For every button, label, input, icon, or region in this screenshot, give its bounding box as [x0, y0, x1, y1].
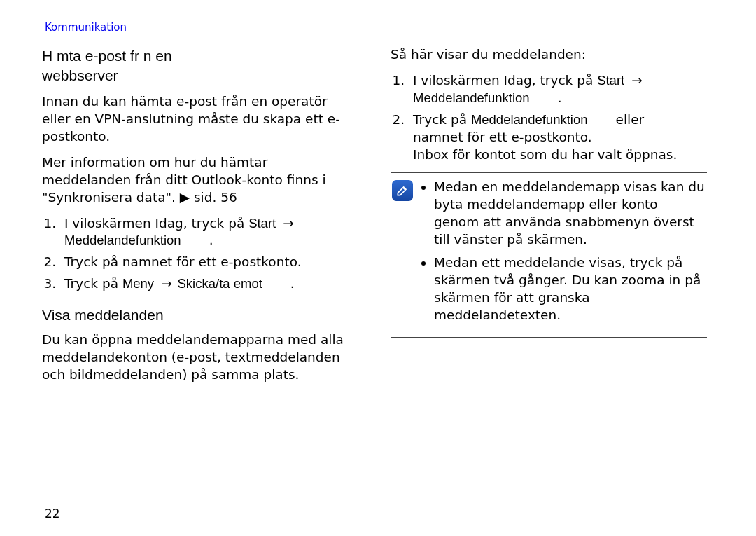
- arrow-icon: →: [631, 73, 643, 88]
- r2-text-c: Inbox för kontot som du har valt öppnas.: [413, 147, 677, 162]
- step-right-2: Tryck på Meddelandefunktioneller namnet …: [409, 111, 707, 164]
- heading-visa-meddelanden: Visa meddelanden: [42, 305, 358, 325]
- ui-skicka-ta-emot: Skicka/ta emot: [178, 276, 262, 291]
- period: .: [209, 233, 214, 247]
- steps-right: I viloskärmen Idag, tryck på Start→ Medd…: [391, 72, 707, 164]
- ui-meny: Meny: [122, 276, 154, 291]
- r2-text-a: Tryck på: [413, 112, 471, 127]
- two-column-layout: H mta e-post fr n en webbserver Innan du…: [42, 46, 714, 392]
- visa-paragraph: Du kan öppna meddelandemapparna med alla…: [42, 331, 358, 384]
- note-box: Medan en meddelandemapp visas kan du byt…: [391, 172, 707, 338]
- triangle-icon: ▶: [180, 190, 190, 205]
- heading-line1: H mta e-post fr n en: [42, 48, 172, 64]
- section-header: Kommunikation: [45, 21, 714, 34]
- step-left-3: Tryck på Meny→ Skicka/ta emot.: [60, 275, 358, 293]
- ui-meddelandefunktion: Meddelandefunktion: [64, 233, 181, 247]
- intro-paragraph-2: Mer information om hur du hämtar meddela…: [42, 154, 358, 207]
- left-column: H mta e-post fr n en webbserver Innan du…: [42, 46, 358, 392]
- ui-meddelandefunktion: Meddelandefunktion: [471, 112, 588, 127]
- manual-page: Kommunikation H mta e-post fr n en webbs…: [0, 0, 756, 536]
- period: .: [290, 276, 295, 291]
- arrow-icon: →: [161, 276, 172, 291]
- r2-text-b: namnet för ett e-postkonto.: [413, 130, 592, 144]
- note-list: Medan en meddelandemapp visas kan du byt…: [420, 179, 706, 330]
- page-number: 22: [45, 507, 60, 521]
- p2-part-b: sid. 56: [190, 190, 237, 205]
- step-left-2: Tryck på namnet för ett e-postkonto.: [60, 254, 358, 271]
- ui-start: Start: [597, 73, 624, 88]
- note-icon: [392, 180, 413, 201]
- note-bullet-2: Medan ett meddelande visas, tryck på skä…: [434, 254, 706, 324]
- pencil-icon: [396, 184, 410, 198]
- note-bullet-1: Medan en meddelandemapp visas kan du byt…: [434, 179, 706, 249]
- heading-hamta-epost: H mta e-post fr n en webbserver: [42, 46, 358, 86]
- period: .: [558, 90, 562, 105]
- right-intro: Så här visar du meddelanden:: [391, 46, 707, 64]
- steps-left: I viloskärmen Idag, tryck på Start→ Medd…: [42, 215, 358, 294]
- arrow-icon: →: [283, 216, 294, 231]
- r2-eller: eller: [616, 112, 645, 127]
- right-column: Så här visar du meddelanden: I viloskärm…: [391, 46, 707, 392]
- ui-start: Start: [248, 216, 276, 231]
- intro-paragraph-1: Innan du kan hämta e-post från en operat…: [42, 93, 358, 146]
- step-left-1: I viloskärmen Idag, tryck på Start→ Medd…: [60, 215, 358, 250]
- step-right-1: I viloskärmen Idag, tryck på Start→ Medd…: [409, 72, 707, 107]
- r1-text-a: I viloskärmen Idag, tryck på: [413, 73, 597, 88]
- heading-line2: webbserver: [42, 67, 118, 83]
- step3-text-a: Tryck på: [64, 276, 122, 291]
- ui-meddelandefunktion: Meddelandefunktion: [413, 90, 530, 105]
- step1-text-a: I viloskärmen Idag, tryck på: [64, 216, 248, 231]
